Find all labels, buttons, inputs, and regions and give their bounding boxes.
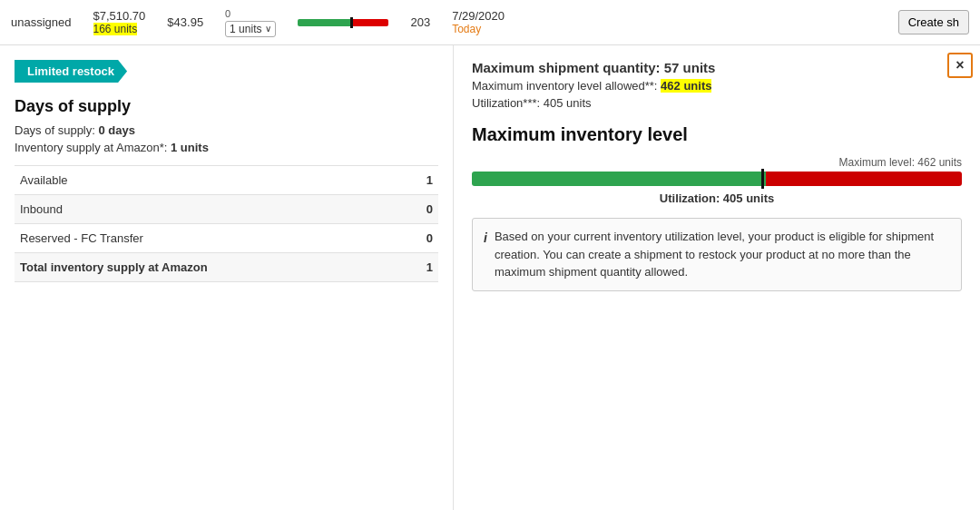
days-supply-title: Days of supply: [15, 97, 438, 116]
today-label: Today: [452, 23, 481, 35]
bar-green-large: [472, 172, 766, 186]
utilization-value: 405 units: [544, 96, 592, 110]
info-text: Based on your current inventory utilizat…: [495, 228, 950, 281]
table-row: Total inventory supply at Amazon1: [15, 253, 438, 282]
price-value: $7,510.70: [93, 9, 146, 23]
unassigned-item: unassigned: [11, 15, 72, 29]
max-inventory-value: 462 units: [661, 79, 711, 93]
inventory-supply-value: 1 units: [171, 141, 209, 154]
max-shipment-value: 57 units: [664, 60, 716, 75]
info-icon: i: [484, 229, 487, 281]
price-units: 166 units: [93, 23, 138, 35]
table-row: Available1: [15, 166, 438, 195]
row-label: Available: [15, 166, 402, 195]
inventory-table: Available1Inbound0Reserved - FC Transfer…: [15, 165, 438, 282]
fee-item: $43.95: [167, 15, 203, 29]
inventory-bar-small: [298, 19, 388, 26]
number-item: 203: [410, 15, 430, 29]
table-row: Inbound0: [15, 195, 438, 224]
bar-marker-large: [761, 169, 764, 189]
bar-green-segment: [298, 19, 352, 26]
row-label: Inbound: [15, 195, 402, 224]
price-item: $7,510.70 166 units: [93, 9, 146, 35]
inventory-supply-line: Inventory supply at Amazon*: 1 units: [15, 141, 438, 154]
row-value: 1: [402, 253, 438, 282]
max-inventory-bar: [472, 172, 962, 186]
row-label: Reserved - FC Transfer: [15, 224, 402, 253]
top-bar: unassigned $7,510.70 166 units $43.95 0 …: [0, 0, 980, 45]
info-box: i Based on your current inventory utiliz…: [472, 218, 962, 291]
bar-red-segment: [352, 19, 388, 26]
row-value: 0: [402, 195, 438, 224]
max-inventory-section-title: Maximum inventory level: [472, 124, 962, 145]
max-inventory-label: Maximum inventory level allowed**:: [472, 79, 657, 93]
left-panel: Limited restock Days of supply Days of s…: [0, 45, 454, 510]
bar-red-large: [766, 172, 962, 186]
days-supply-line: Days of supply: 0 days: [15, 123, 438, 137]
right-panel: Maximum shipment quantity: 57 units Maxi…: [454, 45, 980, 510]
create-shipment-button[interactable]: Create sh: [898, 10, 969, 34]
date-value: 7/29/2020: [452, 9, 505, 23]
row-value: 0: [402, 224, 438, 253]
limited-restock-badge: Limited restock: [15, 60, 127, 83]
units-label: 1 units: [230, 23, 261, 35]
days-supply-label: Days of supply:: [15, 123, 95, 137]
unassigned-label: unassigned: [11, 15, 72, 29]
number-value: 203: [410, 15, 430, 29]
row-label: Total inventory supply at Amazon: [15, 253, 402, 282]
utilization-line: Utilization***: 405 units: [472, 96, 962, 110]
date-item: 7/29/2020 Today: [452, 9, 505, 35]
days-supply-value: 0 days: [99, 123, 135, 137]
bar-marker: [350, 17, 353, 28]
table-row: Reserved - FC Transfer0: [15, 224, 438, 253]
utilization-label: Utilization***:: [472, 96, 540, 110]
chevron-down-icon: ∨: [265, 24, 271, 34]
utilization-bar-label: Utilization: 405 units: [660, 191, 774, 205]
bar-top-label: Maximum level: 462 units: [839, 156, 962, 169]
max-inventory-line: Maximum inventory level allowed**: 462 u…: [472, 79, 962, 93]
fee-value: $43.95: [167, 15, 203, 29]
row-value: 1: [402, 166, 438, 195]
inventory-supply-label: Inventory supply at Amazon*:: [15, 141, 167, 154]
units-selector[interactable]: 0 1 units ∨: [225, 8, 276, 37]
max-shipment-line: Maximum shipment quantity: 57 units: [472, 60, 962, 75]
max-shipment-label: Maximum shipment quantity:: [472, 60, 661, 75]
close-button[interactable]: ×: [947, 53, 973, 78]
main-content: Limited restock Days of supply Days of s…: [0, 45, 980, 510]
bar-bottom-label: Utilization: 405 units: [472, 191, 962, 205]
